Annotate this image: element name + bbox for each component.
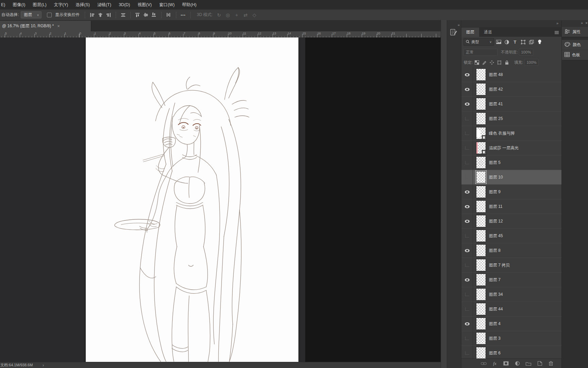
new-group-icon[interactable] <box>525 360 532 367</box>
visibility-toggle[interactable] <box>461 170 473 184</box>
lock-artboard-icon[interactable] <box>496 59 503 65</box>
canvas[interactable] <box>86 37 298 362</box>
layer-row[interactable]: 图层 7 拷贝 <box>461 258 562 273</box>
menu-item[interactable]: 滤镜(T) <box>94 0 115 10</box>
close-icon[interactable]: × <box>585 21 588 26</box>
visibility-toggle[interactable] <box>461 302 473 316</box>
layer-thumbnail[interactable] <box>476 127 486 139</box>
blend-mode-dropdown[interactable]: 正常 <box>463 49 497 56</box>
mode-3d-icon[interactable]: ◇ <box>251 12 258 18</box>
visibility-toggle[interactable] <box>461 214 473 228</box>
layer-row[interactable]: 图层 4 <box>461 317 562 331</box>
opacity-field[interactable]: 100% <box>519 49 533 56</box>
layer-row[interactable]: 图层 6 <box>461 346 562 358</box>
layer-thumbnail[interactable] <box>476 186 486 198</box>
filter-toggle-icon[interactable] <box>536 39 543 45</box>
align-center-horizontal-icon[interactable] <box>97 11 104 19</box>
adjustment-layer-icon[interactable] <box>514 360 521 367</box>
auto-select-dropdown[interactable]: 图层 ∨ <box>21 11 42 18</box>
lock-image-pixels-icon[interactable] <box>481 59 488 65</box>
mode-3d-icon[interactable]: ↻ <box>216 12 223 18</box>
more-options-icon[interactable]: ••• <box>181 13 186 17</box>
lock-position-icon[interactable] <box>489 59 495 65</box>
menu-item[interactable]: 帮助(H) <box>178 0 200 10</box>
layer-row[interactable]: 瞳色 衣服与脚 <box>461 126 562 141</box>
new-layer-icon[interactable] <box>536 360 543 367</box>
align-bottom-icon[interactable] <box>150 11 158 19</box>
tab-channels[interactable]: 通道 <box>479 28 497 37</box>
visibility-toggle[interactable] <box>461 126 473 140</box>
visibility-toggle[interactable] <box>461 185 473 199</box>
layer-filter-dropdown[interactable]: 类型 ∨ <box>463 38 494 46</box>
horizontal-ruler[interactable]: 543210123456789101112131415161718192021 <box>0 31 441 38</box>
visibility-toggle[interactable] <box>461 111 473 126</box>
layer-thumbnail[interactable] <box>476 274 486 286</box>
expand-dock-icon[interactable]: « <box>458 23 460 27</box>
layer-thumbnail[interactable] <box>476 142 486 154</box>
visibility-toggle[interactable] <box>461 229 473 243</box>
layer-row[interactable]: 图层 7 <box>461 273 562 287</box>
visibility-toggle[interactable] <box>461 331 473 346</box>
visibility-toggle[interactable] <box>461 346 473 358</box>
align-top-icon[interactable] <box>134 11 142 19</box>
layer-thumbnail[interactable] <box>476 98 486 110</box>
layer-thumbnail[interactable] <box>476 112 486 125</box>
filter-pixel-layers-icon[interactable] <box>495 39 502 45</box>
layer-row[interactable]: 图层 45 <box>461 229 562 243</box>
align-left-icon[interactable] <box>88 11 96 19</box>
layer-thumbnail[interactable] <box>476 347 486 358</box>
layer-row[interactable]: 图层 25 <box>461 111 562 126</box>
layer-thumbnail[interactable] <box>476 244 486 257</box>
visibility-toggle[interactable] <box>461 273 473 287</box>
layer-thumbnail[interactable] <box>476 303 486 315</box>
show-transform-checkbox[interactable] <box>47 13 52 17</box>
tab-color[interactable]: 颜色 <box>562 40 588 50</box>
close-icon[interactable]: × <box>57 24 60 29</box>
visibility-toggle[interactable] <box>461 97 473 111</box>
layer-row[interactable]: 图层 8 <box>461 243 562 258</box>
filter-smart-object-icon[interactable] <box>528 39 535 45</box>
filter-adjustment-layers-icon[interactable] <box>503 39 510 45</box>
fill-field[interactable]: 100% <box>524 59 538 66</box>
tab-layers[interactable]: 图层 <box>461 28 479 37</box>
collapse-dock-icon[interactable]: » <box>556 21 558 25</box>
layer-thumbnail[interactable] <box>476 200 486 213</box>
tab-properties[interactable]: 属性 <box>562 27 588 37</box>
visibility-toggle[interactable] <box>461 317 473 331</box>
layer-thumbnail[interactable] <box>476 215 486 227</box>
layer-row[interactable]: 图层 41 <box>461 97 562 111</box>
tab-swatches[interactable]: 色板 <box>562 50 588 60</box>
menu-item[interactable]: 文字(Y) <box>50 0 72 10</box>
align-middle-vertical-icon[interactable] <box>142 11 150 19</box>
layer-effects-icon[interactable]: fx <box>491 360 498 367</box>
window-scrollbar-strip[interactable] <box>441 20 447 368</box>
layer-thumbnail[interactable] <box>476 259 486 271</box>
layer-thumbnail[interactable] <box>476 171 486 183</box>
menu-item[interactable]: 窗口(W) <box>156 0 178 10</box>
visibility-toggle[interactable] <box>461 199 473 214</box>
add-layer-mask-icon[interactable] <box>503 360 509 367</box>
filter-type-layers-icon[interactable]: T <box>511 39 519 45</box>
distribute-horizontal-icon[interactable] <box>119 11 127 19</box>
visibility-toggle[interactable] <box>461 287 473 302</box>
lock-transparent-pixels-icon[interactable] <box>474 59 480 65</box>
layer-row[interactable]: 图层 34 <box>461 287 562 302</box>
visibility-toggle[interactable] <box>461 258 473 272</box>
menu-item[interactable]: 选择(S) <box>72 0 94 10</box>
distribute-vertical-icon[interactable] <box>165 11 173 19</box>
collapsed-panel-icon[interactable] <box>450 28 458 38</box>
layer-row[interactable]: 温妮莎 一层高光 <box>461 141 562 155</box>
collapse-dock-icon[interactable]: » <box>581 21 583 25</box>
mode-3d-icon[interactable]: ⇄ <box>242 12 249 18</box>
layer-row[interactable]: 图层 42 <box>461 82 562 97</box>
visibility-toggle[interactable] <box>461 141 473 155</box>
align-right-icon[interactable] <box>105 11 112 19</box>
menu-item[interactable]: 图层(L) <box>29 0 50 10</box>
layer-row[interactable]: 图层 3 <box>461 331 562 346</box>
layer-thumbnail[interactable] <box>476 288 486 301</box>
lock-all-icon[interactable] <box>504 59 510 65</box>
visibility-toggle[interactable] <box>461 155 473 170</box>
layer-thumbnail[interactable] <box>476 83 486 95</box>
menu-item[interactable]: E) <box>0 0 9 10</box>
layer-thumbnail[interactable] <box>476 156 486 169</box>
